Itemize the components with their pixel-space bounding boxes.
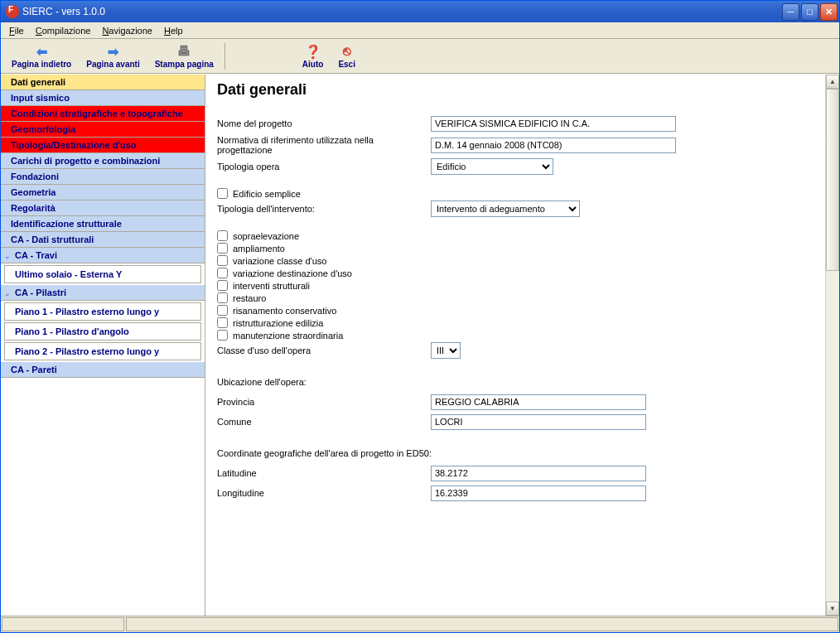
checkbox-4[interactable]: [217, 280, 228, 291]
checkbox-7[interactable]: [217, 317, 228, 328]
back-button[interactable]: ⬅ Pagina indietro: [4, 41, 79, 71]
select-tipologia-opera[interactable]: Edificio: [431, 158, 553, 175]
select-tipologia-intervento[interactable]: Intervento di adeguamento: [431, 201, 580, 217]
scroll-down-button[interactable]: ▼: [826, 602, 839, 616]
checkbox-label-5: restauro: [233, 293, 266, 303]
toolbar-separator: [224, 43, 225, 70]
toolbar: ⬅ Pagina indietro ➡ Pagina avanti 🖶 Stam…: [1, 39, 839, 74]
sidebar-item-5[interactable]: Carichi di progetto e combinazioni: [1, 153, 205, 169]
titlebar: SIERC - vers 1.0.0 ─ □ ✕: [1, 1, 839, 22]
chevron-down-icon: ⌄: [4, 252, 11, 260]
label-tipologia-intervento: Tipologia dell'intervento:: [217, 204, 431, 214]
sidebar-group-0[interactable]: ⌄ CA - Travi: [1, 248, 205, 263]
arrow-left-icon: ⬅: [33, 43, 50, 60]
checkbox-label-4: interventi strutturali: [233, 281, 310, 291]
select-classe-uso[interactable]: III: [431, 342, 461, 359]
help-icon: ❓: [305, 43, 321, 60]
sidebar-sub-0-0[interactable]: Ultimo solaio - Esterna Y: [4, 265, 201, 283]
checkbox-1[interactable]: [217, 243, 228, 254]
input-latitudine[interactable]: [431, 466, 646, 481]
label-normativa: Normativa di riferimento utilizzata nell…: [217, 135, 431, 155]
sidebar-item-8[interactable]: Regolarità: [1, 201, 205, 216]
scroll-up-button[interactable]: ▲: [826, 75, 839, 89]
printer-icon: 🖶: [176, 43, 192, 60]
label-latitudine: Latitudine: [217, 468, 431, 478]
sidebar-item-9[interactable]: Identificazione strutturale: [1, 216, 205, 232]
checkbox-label-0: sopraelevazione: [233, 231, 299, 241]
maximize-button[interactable]: □: [801, 3, 818, 21]
checkbox-label-8: manutenzione straordinaria: [233, 331, 343, 341]
print-button[interactable]: 🖶 Stampa pagina: [147, 41, 221, 71]
input-nome-progetto[interactable]: [431, 116, 676, 132]
checkbox-8[interactable]: [217, 330, 228, 341]
close-button[interactable]: ✕: [820, 3, 838, 21]
app-icon: [6, 5, 19, 18]
app-window: SIERC - vers 1.0.0 ─ □ ✕ File Compilazio…: [0, 0, 840, 633]
label-tipologia-opera: Tipologia opera: [217, 162, 431, 172]
menubar: File Compilazione Navigazione Help: [1, 22, 839, 39]
label-edificio-semplice: Edificio semplice: [233, 189, 301, 199]
sidebar-item-10[interactable]: CA - Dati strutturali: [1, 232, 205, 248]
status-cell-1: [2, 617, 124, 631]
checkbox-label-1: ampliamento: [233, 244, 285, 254]
sidebar-sub-1-0[interactable]: Piano 1 - Pilastro esterno lungo y: [4, 302, 201, 321]
label-classe-uso: Classe d'uso dell'opera: [217, 345, 431, 355]
scroll-thumb[interactable]: [826, 89, 839, 271]
label-ubicazione: Ubicazione dell'opera:: [217, 377, 307, 387]
label-provincia: Provincia: [217, 397, 431, 407]
checkbox-3[interactable]: [217, 268, 228, 278]
exit-icon: ⎋: [339, 43, 355, 60]
arrow-right-icon: ➡: [104, 43, 121, 60]
sidebar-item-6[interactable]: Fondazioni: [1, 169, 205, 185]
sidebar-item-ca-pareti[interactable]: CA - Pareti: [1, 362, 205, 378]
checkbox-label-7: ristrutturazione edilizia: [233, 318, 323, 328]
sidebar-item-2[interactable]: Condizioni stratigrafiche e topografiche: [1, 106, 205, 122]
sidebar-item-4[interactable]: Tipologia/Destinazione d'uso: [1, 138, 205, 153]
label-comune: Comune: [217, 417, 431, 427]
forward-button[interactable]: ➡ Pagina avanti: [79, 41, 147, 71]
help-button[interactable]: ❓ Aiuto: [295, 41, 331, 71]
menu-compilazione[interactable]: Compilazione: [31, 24, 96, 37]
label-nome-progetto: Nome del progetto: [217, 118, 431, 128]
sidebar-group-1[interactable]: ⌄ CA - Pilastri: [1, 285, 205, 301]
menu-help[interactable]: Help: [159, 24, 188, 37]
menu-navigazione[interactable]: Navigazione: [97, 24, 157, 37]
checkbox-edificio-semplice[interactable]: [217, 188, 228, 199]
sidebar-sub-1-1[interactable]: Piano 1 - Pilastro d'angolo: [4, 322, 201, 341]
chevron-down-icon: ⌄: [4, 289, 11, 297]
label-coordinate: Coordinate geografiche dell'area di prog…: [217, 448, 432, 458]
vertical-scrollbar[interactable]: ▲ ▼: [825, 75, 839, 616]
checkbox-label-3: variazione destinazione d'uso: [233, 268, 352, 278]
window-title: SIERC - vers 1.0.0: [22, 6, 782, 17]
checkbox-label-2: variazione classe d'uso: [233, 256, 326, 266]
exit-button[interactable]: ⎋ Esci: [331, 41, 363, 71]
sidebar-item-7[interactable]: Geometria: [1, 185, 205, 201]
input-normativa[interactable]: [431, 138, 676, 153]
checkbox-label-6: risanamento conservativo: [233, 306, 336, 316]
status-cell-2: [126, 617, 838, 631]
sidebar: Dati generaliInput sismicoCondizioni str…: [1, 75, 205, 616]
input-provincia[interactable]: [431, 394, 646, 410]
sidebar-item-1[interactable]: Input sismico: [1, 90, 205, 106]
checkbox-2[interactable]: [217, 255, 228, 266]
sidebar-item-3[interactable]: Geomorfologia: [1, 122, 205, 138]
checkbox-0[interactable]: [217, 230, 228, 241]
label-longitudine: Longitudine: [217, 488, 431, 498]
checkbox-6[interactable]: [217, 305, 228, 316]
statusbar: [1, 616, 839, 632]
sidebar-item-0[interactable]: Dati generali: [1, 75, 205, 90]
input-longitudine[interactable]: [431, 486, 646, 501]
checkbox-5[interactable]: [217, 292, 228, 303]
menu-file[interactable]: File: [4, 24, 29, 37]
input-comune[interactable]: [431, 414, 646, 430]
sidebar-sub-1-2[interactable]: Piano 2 - Pilastro esterno lungo y: [4, 342, 201, 360]
minimize-button[interactable]: ─: [782, 3, 799, 21]
content-area: Dati generali Nome del progetto Normativ…: [205, 75, 839, 616]
page-title: Dati generali: [217, 81, 828, 99]
body-area: Dati generaliInput sismicoCondizioni str…: [1, 74, 839, 616]
